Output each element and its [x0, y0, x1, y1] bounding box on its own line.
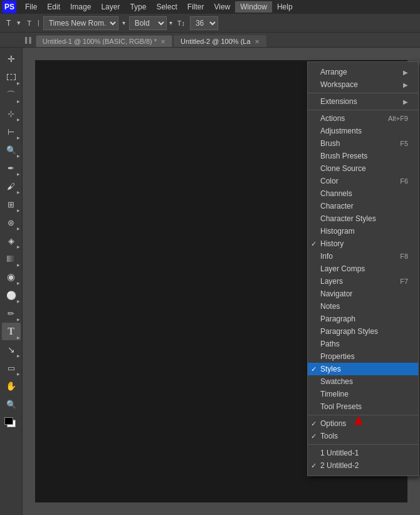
menu-item-channels[interactable]: Channels — [308, 187, 418, 200]
history-brush-icon: ⊛ — [8, 218, 14, 227]
shape-tool[interactable]: ▭ ▶ — [2, 359, 21, 377]
menu-item-histogram[interactable]: Histogram — [308, 225, 418, 237]
menu-item-untitled2[interactable]: ✓ 2 Untitled-2 — [308, 459, 418, 472]
lasso-arrow-icon: ▶ — [17, 99, 20, 103]
blur-icon: ◉ — [7, 271, 15, 283]
menu-item-tool-presets[interactable]: Tool Presets — [308, 400, 418, 413]
menu-item-character[interactable]: Character — [308, 200, 418, 212]
menu-item-brush-presets[interactable]: Brush Presets — [308, 150, 418, 162]
history-brush-tool[interactable]: ⊛ ▶ — [2, 214, 21, 231]
menu-item-paragraph[interactable]: Paragraph — [308, 313, 418, 325]
styles-label: Styles — [320, 365, 341, 373]
paragraph-label: Paragraph — [320, 315, 355, 323]
menu-section-documents: 1 Untitled-1 ✓ 2 Untitled-2 — [308, 445, 418, 474]
menu-window[interactable]: Window — [235, 1, 272, 13]
tab2-close[interactable]: ✕ — [255, 38, 260, 45]
menu-item-untitled1[interactable]: 1 Untitled-1 — [308, 447, 418, 459]
menu-item-layers[interactable]: Layers F7 — [308, 275, 418, 288]
options-checkmark: ✓ — [311, 420, 317, 428]
tab-untitled2[interactable]: Untitled-2 @ 100% (La ✕ — [174, 35, 266, 47]
menu-select[interactable]: Select — [151, 1, 182, 13]
menu-item-adjustments[interactable]: Adjustments — [308, 125, 418, 137]
menu-file[interactable]: File — [20, 1, 42, 13]
color-shortcut: F6 — [400, 177, 408, 185]
window-dropdown-menu: Arrange ▶ Workspace ▶ Extensions ▶ Actio… — [307, 61, 419, 476]
type-tool[interactable]: T ▶ — [2, 323, 21, 340]
tab1-close[interactable]: ✕ — [160, 38, 165, 45]
menu-edit[interactable]: Edit — [42, 1, 65, 13]
menu-item-paragraph-styles[interactable]: Paragraph Styles — [308, 325, 418, 338]
menu-item-timeline[interactable]: Timeline — [308, 388, 418, 400]
hand-tool[interactable]: ✋ — [2, 377, 21, 395]
menu-item-color[interactable]: Color F6 — [308, 175, 418, 187]
menu-type[interactable]: Type — [125, 1, 151, 13]
path-selection-icon: ↘ — [8, 345, 15, 355]
main-area: ✛ ▶ ⌒ ▶ ⊹ ▶ ⊢ ▶ 🔍 ▶ ✒ ▶ 🖌 ▶ — [0, 48, 420, 515]
hand-icon: ✋ — [6, 381, 16, 391]
tab-untitled1[interactable]: Untitled-1 @ 100% (BASIC, RGB/8) * ✕ — [36, 35, 172, 47]
pen-tool[interactable]: ✏ ▶ — [2, 304, 21, 322]
brush-icon: 🖌 — [7, 182, 15, 191]
untitled1-label: 1 Untitled-1 — [320, 449, 359, 457]
zoom-tool[interactable]: 🔍 — [2, 395, 21, 413]
crop-tool[interactable]: ⊢ ▶ — [2, 123, 21, 140]
eyedropper-tool[interactable]: 🔍 ▶ — [2, 141, 21, 159]
path-selection-tool[interactable]: ↘ ▶ — [2, 341, 21, 358]
menu-item-options[interactable]: ✓ Options — [308, 417, 418, 430]
menu-item-properties[interactable]: Properties — [308, 350, 418, 363]
eraser-tool[interactable]: ◈ ▶ — [2, 232, 21, 249]
eraser-arrow-icon: ▶ — [17, 244, 20, 249]
menu-item-navigator[interactable]: Navigator — [308, 288, 418, 300]
lasso-tool-icon: ⌒ — [6, 90, 16, 101]
brush-tool[interactable]: 🖌 ▶ — [2, 177, 21, 195]
menu-item-workspace[interactable]: Workspace ▶ — [308, 78, 418, 91]
menu-item-extensions[interactable]: Extensions ▶ — [308, 95, 418, 108]
font-name-select[interactable]: Times New Rom... — [43, 16, 118, 30]
arrange-label: Arrange — [320, 68, 347, 76]
quick-select-tool[interactable]: ⊹ ▶ — [2, 105, 21, 122]
menu-section-arrange: Arrange ▶ Workspace ▶ — [308, 64, 418, 93]
menu-item-styles[interactable]: ✓ Styles — [308, 363, 418, 375]
menu-filter[interactable]: Filter — [182, 1, 209, 13]
color-swatches[interactable] — [2, 417, 21, 434]
menu-item-history[interactable]: ✓ History — [308, 237, 418, 250]
menu-item-brush[interactable]: Brush F5 — [308, 137, 418, 150]
dodge-tool[interactable]: ⚪ ▶ — [2, 286, 21, 304]
lasso-tool[interactable]: ⌒ ▶ — [2, 86, 21, 104]
blur-tool[interactable]: ◉ ▶ — [2, 268, 21, 286]
navigator-label: Navigator — [320, 289, 352, 298]
panels-toggle[interactable]: ▌▌ — [23, 37, 36, 43]
menu-item-notes[interactable]: Notes — [308, 300, 418, 313]
menu-view[interactable]: View — [209, 1, 235, 13]
menu-item-swatches[interactable]: Swatches — [308, 375, 418, 388]
menu-help[interactable]: Help — [272, 1, 298, 13]
brush-shortcut: F5 — [400, 140, 408, 147]
tab1-label: Untitled-1 @ 100% (BASIC, RGB/8) * — [43, 38, 157, 45]
gradient-tool[interactable]: ▶ — [2, 250, 21, 268]
menu-layer[interactable]: Layer — [96, 1, 125, 13]
menu-item-clone-source[interactable]: Clone Source — [308, 162, 418, 175]
clone-stamp-tool[interactable]: ⊞ ▶ — [2, 195, 21, 213]
gradient-icon — [7, 256, 16, 262]
extensions-arrow-icon: ▶ — [403, 98, 408, 105]
font-size-select[interactable]: 36 px — [190, 16, 218, 30]
menu-item-layer-comps[interactable]: Layer Comps — [308, 263, 418, 275]
healing-tool[interactable]: ✒ ▶ — [2, 159, 21, 177]
clone-arrow-icon: ▶ — [17, 208, 20, 212]
menu-item-paths[interactable]: Paths — [308, 338, 418, 350]
menu-item-actions[interactable]: Actions Alt+F9 — [308, 112, 418, 125]
styles-checkmark: ✓ — [311, 365, 317, 373]
move-tool[interactable]: ✛ — [2, 50, 21, 68]
type-arrow-icon: ▶ — [17, 335, 20, 340]
healing-arrow-icon: ▶ — [17, 172, 20, 176]
menu-item-arrange[interactable]: Arrange ▶ — [308, 66, 418, 78]
foreground-color-swatch[interactable] — [4, 417, 13, 425]
marquee-tool[interactable]: ▶ — [2, 68, 21, 86]
menu-item-character-styles[interactable]: Character Styles — [308, 212, 418, 225]
menu-item-info[interactable]: Info F8 — [308, 250, 418, 263]
info-shortcut: F8 — [400, 252, 408, 260]
font-style-select[interactable]: Bold — [129, 16, 167, 30]
menu-item-tools[interactable]: ✓ Tools — [308, 430, 418, 442]
workspace-label: Workspace — [320, 80, 358, 89]
menu-image[interactable]: Image — [65, 1, 96, 13]
